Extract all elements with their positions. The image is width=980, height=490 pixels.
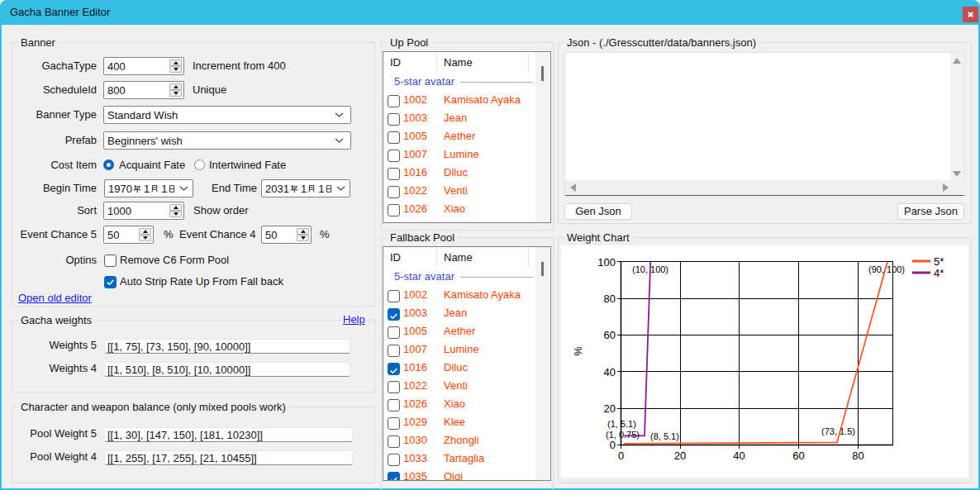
svg-text:100: 100	[597, 256, 616, 269]
svg-text:20: 20	[604, 402, 616, 415]
svg-text:80: 80	[604, 293, 616, 305]
svg-text:(73, 1.5): (73, 1.5)	[821, 426, 855, 436]
svg-text:(90, 100): (90, 100)	[868, 264, 905, 274]
svg-text:0: 0	[610, 439, 616, 451]
svg-text:%: %	[572, 346, 584, 356]
svg-text:(8, 5.1): (8, 5.1)	[650, 431, 679, 441]
svg-text:20: 20	[674, 450, 686, 462]
svg-text:80: 80	[852, 450, 863, 462]
svg-text:4*: 4*	[934, 267, 944, 279]
svg-text:5*: 5*	[934, 255, 944, 268]
svg-text:(10, 100): (10, 100)	[632, 264, 668, 274]
svg-text:0: 0	[618, 450, 624, 462]
svg-text:40: 40	[733, 450, 745, 462]
svg-text:(1, 5.1): (1, 5.1)	[607, 419, 636, 429]
svg-text:60: 60	[792, 450, 804, 462]
svg-text:40: 40	[604, 366, 616, 378]
svg-text:60: 60	[604, 329, 616, 341]
svg-text:(1, 0.75): (1, 0.75)	[606, 430, 640, 440]
